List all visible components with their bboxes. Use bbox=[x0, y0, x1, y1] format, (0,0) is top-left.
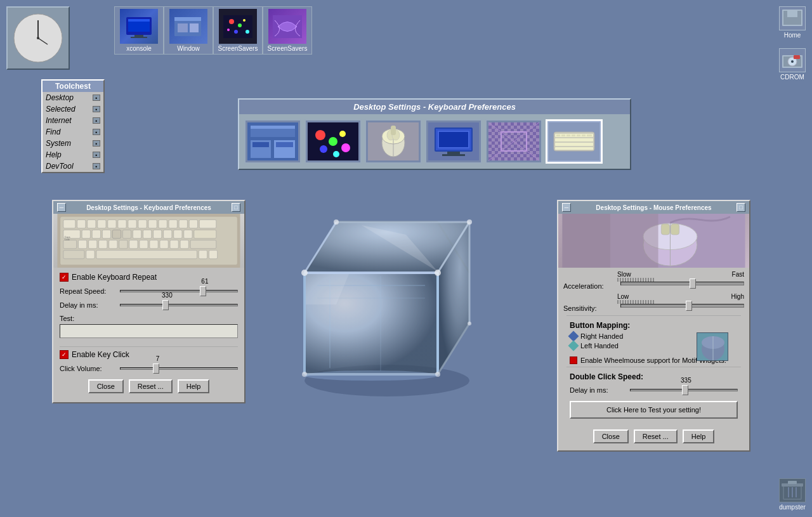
screensaver2-label: ScreenSavers bbox=[268, 45, 308, 52]
kbd-help-btn[interactable]: Help bbox=[178, 379, 210, 393]
clock-face bbox=[13, 13, 63, 63]
sensitivity-high-label: High bbox=[731, 293, 744, 300]
dumpster-icon[interactable]: dumpster bbox=[779, 478, 806, 511]
cdrom-svg bbox=[781, 50, 804, 70]
svg-rect-169 bbox=[794, 55, 800, 59]
svg-rect-131 bbox=[79, 240, 87, 249]
window-icon bbox=[173, 14, 204, 39]
mouse-reset-btn[interactable]: Reset ... bbox=[634, 429, 678, 443]
svg-point-168 bbox=[791, 60, 794, 63]
double-click-title: Double Click Speed: bbox=[570, 372, 738, 381]
button-mapping-title: Button Mapping: bbox=[570, 321, 738, 330]
toolchest-system[interactable]: System ▪ bbox=[43, 138, 103, 149]
panel-icon-5[interactable] bbox=[546, 119, 603, 164]
toolchest-desktop[interactable]: Desktop ▪ bbox=[43, 92, 103, 103]
sensitivity-low-label: Low bbox=[617, 293, 629, 300]
cdrom-label: CDROM bbox=[780, 74, 804, 81]
svg-point-16 bbox=[234, 30, 238, 34]
taskbar-window[interactable]: Window bbox=[164, 6, 213, 55]
desktop-icon-cdrom[interactable]: CDROM bbox=[779, 48, 806, 81]
desktop-icon-home[interactable]: Home bbox=[779, 6, 806, 39]
kbd-prefs-minimize-btn[interactable]: ─ bbox=[57, 203, 66, 212]
mouse-help-btn[interactable]: Help bbox=[683, 429, 715, 443]
kbd-prefs-close-btn[interactable]: □ bbox=[232, 203, 240, 212]
double-click-delay-value: 335 bbox=[681, 377, 691, 384]
test-double-click-btn[interactable]: Click Here to Test your setting! bbox=[570, 401, 738, 419]
wheelmouse-checkbox[interactable] bbox=[570, 357, 577, 364]
svg-rect-135 bbox=[119, 240, 128, 249]
svg-text:Lock: Lock bbox=[65, 239, 70, 241]
mouse-prefs-minimize-btn[interactable]: ─ bbox=[562, 203, 571, 212]
svg-rect-132 bbox=[89, 240, 97, 249]
toolchest-devtool[interactable]: DevTool ▪ bbox=[43, 160, 103, 172]
repeat-speed-slider[interactable]: 61 bbox=[120, 285, 238, 297]
toolchest-desktop-arrow: ▪ bbox=[93, 95, 100, 101]
svg-rect-114 bbox=[179, 219, 187, 228]
right-icons: Home CDROM bbox=[779, 6, 806, 81]
svg-rect-64 bbox=[556, 134, 560, 136]
double-click-delay-slider[interactable]: 335 bbox=[630, 384, 738, 396]
svg-rect-8 bbox=[131, 37, 147, 38]
toolchest-find-arrow: ▪ bbox=[93, 129, 100, 135]
svg-rect-173 bbox=[788, 481, 797, 484]
kbd-image: Caps Lock bbox=[53, 214, 244, 268]
mouse-close-btn[interactable]: Close bbox=[593, 429, 629, 443]
svg-rect-111 bbox=[148, 219, 157, 228]
toolchest-find[interactable]: Find ▪ bbox=[43, 126, 103, 138]
svg-rect-110 bbox=[138, 219, 147, 228]
svg-rect-141 bbox=[180, 240, 188, 249]
mouse-prefs-titlebar: ─ Desktop Settings - Mouse Preferences □ bbox=[558, 201, 749, 214]
screensaver2-icon bbox=[272, 14, 303, 39]
click-volume-value: 7 bbox=[156, 355, 160, 362]
svg-point-19 bbox=[246, 30, 249, 34]
enable-key-click-checkbox[interactable]: ✓ bbox=[60, 350, 69, 359]
svg-rect-70 bbox=[587, 134, 592, 136]
screensaver1-label: ScreenSavers bbox=[218, 45, 258, 52]
kbd-reset-btn[interactable]: Reset ... bbox=[129, 379, 173, 393]
mouse-prefs-window: ─ Desktop Settings - Mouse Preferences □… bbox=[557, 200, 750, 452]
repeat-speed-label: Repeat Speed: bbox=[60, 287, 120, 295]
screensaver1-icon bbox=[222, 14, 254, 39]
svg-rect-126 bbox=[164, 230, 172, 239]
acceleration-slider[interactable] bbox=[620, 282, 744, 285]
svg-rect-61 bbox=[555, 138, 593, 141]
click-volume-row: Click Volume: 7 bbox=[60, 363, 238, 374]
toolchest: Toolchest Desktop ▪ Selected ▪ Internet … bbox=[41, 79, 105, 173]
clock-widget bbox=[6, 6, 70, 70]
kbd-close-btn[interactable]: Close bbox=[88, 379, 124, 393]
dumpster-img bbox=[779, 478, 806, 502]
svg-rect-112 bbox=[159, 219, 167, 228]
test-input[interactable] bbox=[60, 324, 238, 338]
delay-ms-value: 330 bbox=[162, 292, 173, 299]
svg-rect-142 bbox=[190, 240, 216, 249]
toolchest-devtool-arrow: ▪ bbox=[93, 163, 100, 169]
toolchest-internet[interactable]: Internet ▪ bbox=[43, 115, 103, 126]
svg-rect-143 bbox=[63, 251, 84, 259]
svg-rect-115 bbox=[189, 219, 197, 228]
delay-ms-slider[interactable]: 330 bbox=[120, 299, 238, 311]
svg-rect-116 bbox=[199, 219, 216, 228]
sensitivity-row: Sensitivity: bbox=[563, 304, 744, 312]
enable-keyboard-repeat-checkbox[interactable]: ✓ bbox=[60, 273, 69, 282]
svg-rect-113 bbox=[169, 219, 177, 228]
taskbar-screensaver1[interactable]: ScreenSavers bbox=[213, 6, 263, 55]
double-click-delay-label: Delay in ms: bbox=[570, 386, 630, 394]
taskbar-xconsole[interactable]: xconsole bbox=[114, 6, 164, 55]
mouse-prefs-close-btn[interactable]: □ bbox=[737, 203, 745, 212]
left-handed-radio[interactable] bbox=[568, 341, 579, 351]
click-volume-slider[interactable]: 7 bbox=[120, 363, 238, 374]
svg-rect-118 bbox=[82, 230, 90, 239]
cube-svg bbox=[254, 146, 520, 412]
divider-1 bbox=[566, 315, 741, 316]
svg-point-15 bbox=[238, 23, 242, 27]
sensitivity-slider[interactable] bbox=[620, 304, 744, 308]
svg-rect-12 bbox=[190, 23, 199, 32]
svg-rect-62 bbox=[555, 143, 593, 146]
toolchest-help[interactable]: Help ▪ bbox=[43, 149, 103, 160]
svg-rect-164 bbox=[787, 11, 797, 17]
taskbar-screensaver2[interactable]: ScreenSavers bbox=[263, 6, 312, 55]
svg-rect-146 bbox=[199, 251, 207, 259]
svg-rect-147 bbox=[209, 251, 217, 259]
toolchest-selected[interactable]: Selected ▪ bbox=[43, 103, 103, 115]
radio-group: Right Handed Left Handed bbox=[570, 332, 738, 350]
